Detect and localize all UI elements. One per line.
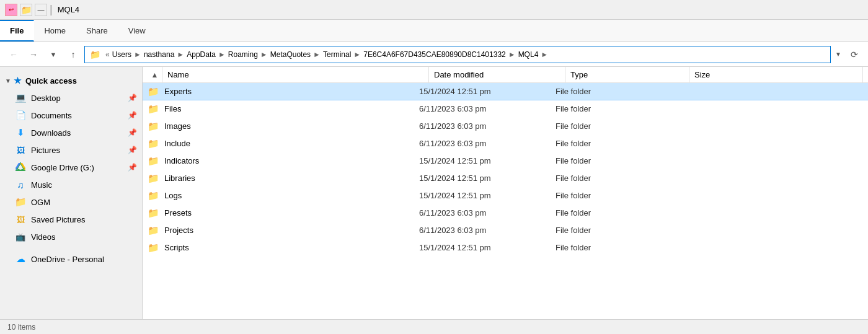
up-button[interactable]: ↑ (64, 46, 82, 63)
sidebar-item-desktop[interactable]: 💻 Desktop 📌 (0, 89, 142, 107)
path-item-terminal[interactable]: Terminal (323, 50, 351, 59)
folder-icon-5: 📁 (148, 173, 159, 184)
file-name-6: 📁 Logs (148, 190, 414, 201)
path-item-users[interactable]: Users (112, 50, 131, 59)
window-title: MQL4 (58, 5, 79, 14)
forward-button[interactable]: → (25, 46, 42, 63)
music-icon: ♫ (15, 180, 26, 190)
quick-access-button[interactable]: 📁 (20, 4, 32, 16)
sort-up-button[interactable]: ▲ (148, 67, 162, 83)
file-name-4: 📁 Indicators (148, 156, 414, 167)
col-header-size[interactable]: Size (689, 67, 863, 82)
pin-button[interactable]: — (35, 4, 47, 16)
file-date-4: 15/1/2024 12:51 pm (414, 156, 551, 165)
file-date-8: 6/11/2023 6:03 pm (414, 226, 551, 235)
main-layout: ▼ ★ Quick access 💻 Desktop 📌 📄 Documents… (0, 67, 868, 319)
sidebar-item-googledrive[interactable]: Google Drive (G:) 📌 (0, 159, 142, 176)
sidebar-item-ogm[interactable]: 📁 OGM (0, 193, 142, 211)
pictures-icon: 🖼 (15, 146, 26, 155)
title-bar-icons: ↩ 📁 — (5, 4, 47, 16)
table-row[interactable]: 📁 Indicators 15/1/2024 12:51 pm File fol… (143, 152, 868, 170)
sidebar-label-googledrive: Google Drive (G:) (31, 163, 94, 172)
table-row[interactable]: 📁 Images 6/11/2023 6:03 pm File folder (143, 118, 868, 135)
refresh-button[interactable]: ⟳ (846, 46, 863, 63)
file-name-7: 📁 Presets (148, 208, 414, 219)
table-row[interactable]: 📁 Libraries 15/1/2024 12:51 pm File fold… (143, 170, 868, 187)
undo-button[interactable]: ↩ (5, 4, 17, 16)
desktop-icon: 💻 (15, 92, 26, 103)
path-sep-4: ► (260, 50, 268, 59)
path-folder-icon: 📁 (90, 50, 100, 59)
title-bar: ↩ 📁 — | MQL4 (0, 0, 868, 20)
videos-icon: 📺 (15, 232, 26, 242)
pin-icon-desktop: 📌 (128, 94, 137, 102)
sidebar-item-downloads[interactable]: ⬇ Downloads 📌 (0, 124, 142, 141)
recent-locations-button[interactable]: ▼ (45, 46, 62, 63)
file-type-5: File folder (551, 174, 675, 183)
sidebar-label-pictures: Pictures (31, 146, 60, 155)
file-type-1: File folder (551, 104, 675, 113)
sidebar-item-pictures[interactable]: 🖼 Pictures 📌 (0, 141, 142, 159)
sidebar-item-documents[interactable]: 📄 Documents 📌 (0, 107, 142, 124)
back-button[interactable]: ← (5, 46, 22, 63)
file-date-7: 6/11/2023 6:03 pm (414, 208, 551, 218)
downloads-icon: ⬇ (15, 127, 26, 138)
onedrive-icon: ☁ (15, 253, 26, 265)
path-item-hash[interactable]: 7E6C4A6F67D435CAE80890D8C1401332 (363, 50, 506, 59)
address-path[interactable]: 📁 « Users ► nasthana ► AppData ► Roaming… (84, 46, 831, 63)
chevron-icon: ▼ (5, 77, 11, 84)
path-item-roaming[interactable]: Roaming (228, 50, 258, 59)
table-row[interactable]: 📁 Files 6/11/2023 6:03 pm File folder (143, 100, 868, 118)
path-item-nasthana[interactable]: nasthana (144, 50, 174, 59)
table-row[interactable]: 📁 Presets 6/11/2023 6:03 pm File folder (143, 204, 868, 222)
table-row[interactable]: 📁 Scripts 15/1/2024 12:51 pm File folder (143, 239, 868, 257)
status-bar: 10 items (0, 319, 868, 334)
path-sep-6: ► (353, 50, 361, 59)
table-row[interactable]: 📁 Projects 6/11/2023 6:03 pm File folder (143, 222, 868, 239)
file-type-4: File folder (551, 156, 675, 165)
file-date-5: 15/1/2024 12:51 pm (414, 174, 551, 183)
folder-icon-2: 📁 (148, 121, 159, 132)
path-item-appdata[interactable]: AppData (187, 50, 216, 59)
pin-icon-googledrive: 📌 (128, 163, 137, 172)
path-sep-1: ► (134, 50, 141, 59)
tab-home[interactable]: Home (34, 20, 76, 42)
folder-icon-9: 📁 (148, 242, 159, 253)
saved-icon: 🖼 (15, 215, 26, 224)
file-type-7: File folder (551, 208, 675, 218)
file-list: 📁 Experts 15/1/2024 12:51 pm File folder… (143, 83, 868, 257)
folder-icon-8: 📁 (148, 225, 159, 236)
path-item-mql4[interactable]: MQL4 (518, 50, 539, 59)
path-sep-8: ► (541, 50, 548, 59)
table-row[interactable]: 📁 Experts 15/1/2024 12:51 pm File folder (143, 83, 868, 100)
sidebar-item-music[interactable]: ♫ Music (0, 176, 142, 193)
file-date-6: 15/1/2024 12:51 pm (414, 191, 551, 200)
file-area: ▲ Name Date modified Type Size 📁 Experts… (143, 67, 868, 319)
folder-icon-6: 📁 (148, 190, 159, 201)
col-header-name[interactable]: Name (162, 67, 429, 82)
sidebar-label-documents: Documents (31, 111, 72, 120)
ribbon: File Home Share View (0, 20, 868, 42)
sidebar-item-onedrive[interactable]: ☁ OneDrive - Personal (0, 250, 142, 268)
file-type-3: File folder (551, 139, 675, 148)
pin-icon-pictures: 📌 (128, 146, 137, 154)
sidebar-item-savedpictures[interactable]: 🖼 Saved Pictures (0, 211, 142, 228)
file-name-3: 📁 Include (148, 138, 414, 149)
tab-file[interactable]: File (0, 20, 34, 42)
path-item-metaquotes[interactable]: MetaQuotes (270, 50, 311, 59)
path-sep-2: ► (177, 50, 184, 59)
tab-share[interactable]: Share (76, 20, 118, 42)
sidebar-label-onedrive: OneDrive - Personal (31, 255, 104, 264)
table-row[interactable]: 📁 Include 6/11/2023 6:03 pm File folder (143, 135, 868, 152)
file-name-8: 📁 Projects (148, 225, 414, 236)
quick-access-header[interactable]: ▼ ★ Quick access (0, 72, 142, 89)
sidebar-item-videos[interactable]: 📺 Videos (0, 228, 142, 245)
table-row[interactable]: 📁 Logs 15/1/2024 12:51 pm File folder (143, 187, 868, 204)
quick-access-label: Quick access (25, 76, 77, 86)
tab-view[interactable]: View (118, 20, 156, 42)
pin-icon-downloads: 📌 (128, 128, 137, 137)
col-header-type[interactable]: Type (565, 67, 689, 82)
path-dropdown-button[interactable]: ▼ (833, 51, 843, 58)
sidebar-label-ogm: OGM (31, 198, 50, 207)
col-header-date[interactable]: Date modified (429, 67, 565, 82)
